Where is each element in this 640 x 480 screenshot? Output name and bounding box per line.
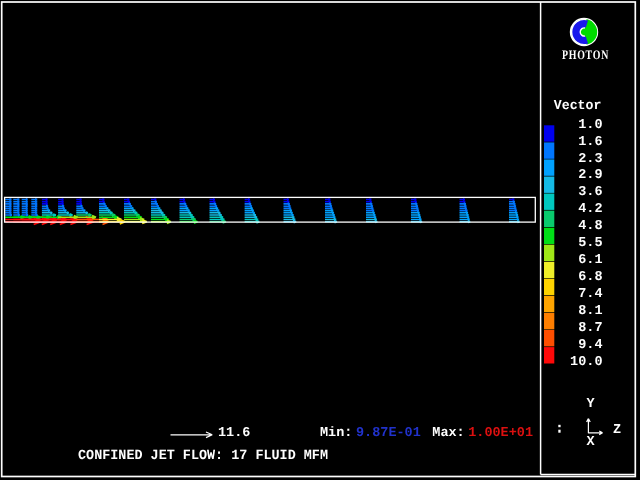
svg-text:2.3: 2.3 [578,152,602,167]
svg-text:3.6: 3.6 [578,185,602,200]
svg-text:6.1: 6.1 [578,253,602,268]
svg-text:10.0: 10.0 [570,355,602,370]
svg-text:1.6: 1.6 [578,135,602,150]
svg-text:2.9: 2.9 [578,168,602,183]
svg-text:Max:: Max: [432,426,464,441]
svg-text:Min:: Min: [320,426,352,441]
svg-text:8.7: 8.7 [578,321,602,336]
svg-text:X: X [587,435,596,450]
svg-text:1.0: 1.0 [578,118,602,133]
svg-text:PHOTON: PHOTON [562,47,609,62]
svg-text:6.8: 6.8 [578,270,602,285]
svg-text:4.8: 4.8 [578,219,602,234]
svg-text:Y: Y [587,397,596,412]
svg-text:Vector: Vector [554,99,602,114]
svg-text:CONFINED JET FLOW: 17 FLUID MF: CONFINED JET FLOW: 17 FLUID MFM [78,448,328,464]
svg-text:8.1: 8.1 [578,304,602,319]
svg-text:9.87E-01: 9.87E-01 [356,426,421,441]
svg-text:5.5: 5.5 [578,236,602,251]
svg-text:Z: Z [613,423,621,438]
svg-text:9.4: 9.4 [578,338,602,353]
svg-text:11.6: 11.6 [218,426,250,441]
svg-text:7.4: 7.4 [578,287,602,302]
svg-text:1.00E+01: 1.00E+01 [468,426,533,441]
svg-text:4.2: 4.2 [578,202,602,217]
